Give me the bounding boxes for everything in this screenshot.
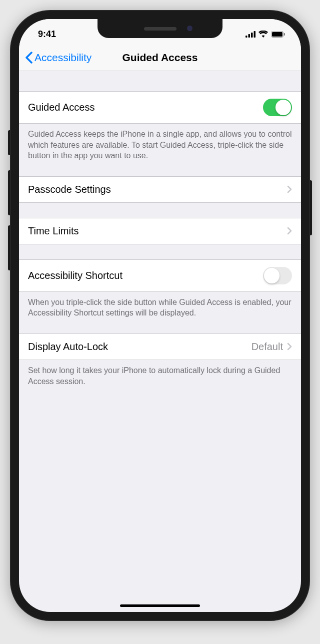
wifi-icon (258, 31, 268, 38)
settings-content: Guided Access Guided Access keeps the iP… (19, 71, 301, 387)
display-autolock-row[interactable]: Display Auto-Lock Default (19, 334, 301, 360)
time-limits-row[interactable]: Time Limits (19, 218, 301, 244)
chevron-right-icon (287, 227, 292, 235)
cellular-icon (246, 31, 256, 38)
accessibility-shortcut-label: Accessibility Shortcut (28, 270, 263, 281)
back-button[interactable]: Accessibility (25, 52, 92, 64)
front-camera (187, 26, 192, 31)
accessibility-shortcut-row[interactable]: Accessibility Shortcut (19, 259, 301, 292)
guided-access-label: Guided Access (28, 102, 263, 113)
guided-access-row[interactable]: Guided Access (19, 91, 301, 124)
power-button (310, 180, 312, 235)
svg-rect-1 (248, 34, 250, 38)
svg-rect-3 (254, 31, 256, 38)
guided-access-footer: Guided Access keeps the iPhone in a sing… (19, 124, 301, 161)
display-autolock-footer: Set how long it takes your iPhone to aut… (19, 360, 301, 387)
accessibility-shortcut-toggle[interactable] (263, 267, 292, 284)
chevron-right-icon (287, 343, 292, 351)
speaker-grille (144, 27, 176, 31)
time-limits-label: Time Limits (28, 225, 287, 237)
svg-rect-6 (284, 33, 285, 36)
display-autolock-label: Display Auto-Lock (28, 341, 252, 353)
status-icons (246, 31, 285, 38)
nav-title: Guided Access (122, 52, 198, 64)
chevron-right-icon (287, 185, 292, 193)
home-indicator[interactable] (120, 604, 200, 607)
display-autolock-value: Default (252, 341, 283, 353)
chevron-left-icon (25, 52, 32, 64)
status-time: 9:41 (38, 29, 56, 40)
screen: 9:41 Accessibility Guided Access Guided … (19, 19, 301, 612)
accessibility-shortcut-footer: When you triple-click the side button wh… (19, 292, 301, 318)
svg-rect-0 (246, 36, 248, 38)
battery-icon (271, 31, 285, 38)
back-label: Accessibility (34, 52, 92, 64)
phone-frame: 9:41 Accessibility Guided Access Guided … (10, 10, 310, 621)
guided-access-toggle[interactable] (263, 99, 292, 116)
passcode-settings-row[interactable]: Passcode Settings (19, 176, 301, 203)
svg-rect-2 (251, 33, 253, 38)
svg-rect-5 (272, 32, 282, 37)
nav-bar: Accessibility Guided Access (19, 44, 301, 71)
notch (98, 19, 222, 38)
passcode-settings-label: Passcode Settings (28, 184, 287, 195)
